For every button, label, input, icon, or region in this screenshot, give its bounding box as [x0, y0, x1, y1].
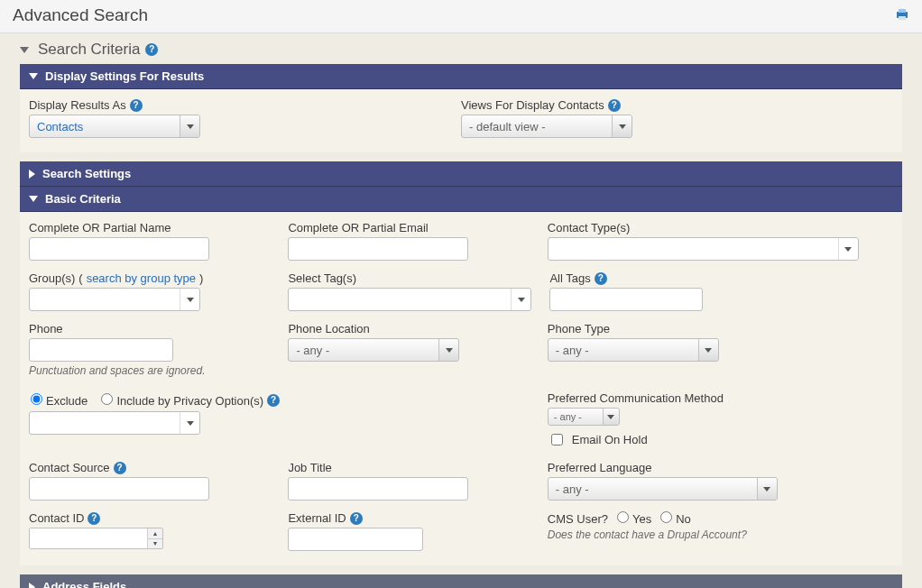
all-tags-input[interactable]	[549, 288, 703, 311]
phone-location-label: Phone Location	[288, 322, 529, 335]
help-icon[interactable]: ?	[88, 512, 100, 525]
panel-header-display-settings[interactable]: Display Settings For Results	[20, 64, 902, 89]
chevron-down-icon	[20, 47, 29, 53]
chevron-down-icon	[29, 73, 38, 79]
display-results-as-label: Display Results As ?	[29, 98, 443, 112]
views-for-display-select[interactable]: - default view -	[461, 115, 632, 138]
name-input[interactable]	[29, 237, 209, 261]
panel-header-basic-criteria[interactable]: Basic Criteria	[20, 187, 902, 212]
contact-id-input[interactable]	[30, 528, 147, 548]
select-tags-label: Select Tag(s)	[288, 271, 531, 285]
panel-body-basic-criteria: Complete OR Partial Name Complete OR Par…	[20, 212, 902, 565]
stepper-down[interactable]: ▼	[148, 539, 162, 549]
pref-comm-select[interactable]: - any -	[548, 408, 620, 426]
panel-body-display-settings: Display Results As ? Contacts Views For …	[20, 89, 902, 152]
svg-rect-1	[899, 9, 906, 13]
chevron-right-icon	[29, 583, 35, 589]
phone-location-select[interactable]: - any -	[288, 338, 459, 362]
pref-lang-select[interactable]: - any -	[548, 477, 778, 501]
help-icon[interactable]: ?	[608, 99, 621, 112]
email-label: Complete OR Partial Email	[288, 221, 529, 234]
display-results-as-select[interactable]: Contacts	[29, 115, 200, 138]
group-type-link[interactable]: search by group type	[87, 271, 196, 285]
external-id-input[interactable]	[288, 528, 423, 551]
privacy-include-radio[interactable]: Include by Privacy Option(s)	[101, 393, 263, 408]
contact-id-label: Contact ID ?	[29, 511, 270, 525]
print-icon[interactable]	[895, 7, 909, 24]
stepper-up[interactable]: ▲	[148, 528, 162, 539]
job-title-label: Job Title	[288, 461, 529, 474]
contact-id-stepper[interactable]: ▲▼	[29, 528, 163, 549]
phone-note: Punctuation and spaces are ignored.	[29, 364, 270, 377]
pref-lang-label: Preferred Language	[548, 461, 842, 474]
phone-type-label: Phone Type	[548, 322, 842, 335]
phone-type-select[interactable]: - any -	[548, 338, 719, 362]
panel-header-address-fields[interactable]: Address Fields	[20, 574, 902, 588]
contact-source-input[interactable]	[29, 477, 209, 501]
panel-title: Search Settings	[42, 167, 131, 180]
panel-title: Address Fields	[42, 580, 126, 588]
contact-type-label: Contact Type(s)	[548, 221, 859, 234]
contact-source-label: Contact Source ?	[29, 461, 270, 474]
phone-input[interactable]	[29, 338, 173, 362]
cms-user-label: CMS User?	[548, 512, 608, 526]
views-for-display-label: Views For Display Contacts ?	[461, 98, 875, 112]
panel-title: Basic Criteria	[45, 192, 121, 206]
email-input[interactable]	[288, 237, 468, 261]
help-icon[interactable]: ?	[130, 99, 143, 112]
email-on-hold-label: Email On Hold	[572, 433, 648, 446]
privacy-exclude-radio[interactable]: Exclude	[31, 393, 88, 408]
panel-header-search-settings[interactable]: Search Settings	[20, 161, 902, 187]
name-label: Complete OR Partial Name	[29, 221, 270, 234]
cms-note: Does the contact have a Drupal Account?	[548, 528, 842, 541]
email-on-hold-checkbox[interactable]	[551, 434, 563, 446]
help-icon[interactable]: ?	[350, 512, 363, 525]
job-title-input[interactable]	[288, 477, 468, 501]
panel-title: Display Settings For Results	[45, 69, 204, 83]
cms-user-row: CMS User? Yes No	[548, 511, 842, 526]
chevron-down-icon	[29, 196, 38, 202]
svg-rect-2	[899, 16, 906, 20]
chevron-right-icon	[29, 170, 35, 179]
cms-yes-radio[interactable]: Yes	[617, 511, 651, 526]
phone-label: Phone	[29, 322, 270, 335]
titlebar: Advanced Search	[0, 0, 922, 33]
external-id-label: External ID ?	[288, 511, 529, 525]
help-icon[interactable]: ?	[145, 43, 158, 56]
search-criteria-header[interactable]: Search Criteria ?	[20, 33, 902, 64]
all-tags-label: All Tags ?	[549, 271, 844, 285]
contact-type-select[interactable]	[548, 237, 859, 261]
pref-comm-label: Preferred Communication Method	[548, 391, 893, 405]
groups-select[interactable]	[29, 288, 200, 311]
privacy-options-select[interactable]	[29, 411, 200, 435]
groups-label: Group(s) (search by group type)	[29, 271, 270, 285]
cms-no-radio[interactable]: No	[660, 511, 691, 526]
help-icon[interactable]: ?	[595, 272, 607, 285]
help-icon[interactable]: ?	[267, 394, 280, 407]
help-icon[interactable]: ?	[114, 462, 126, 474]
page-title: Advanced Search	[13, 5, 148, 25]
select-tags-select[interactable]	[288, 288, 531, 311]
search-criteria-label: Search Criteria	[38, 41, 140, 59]
